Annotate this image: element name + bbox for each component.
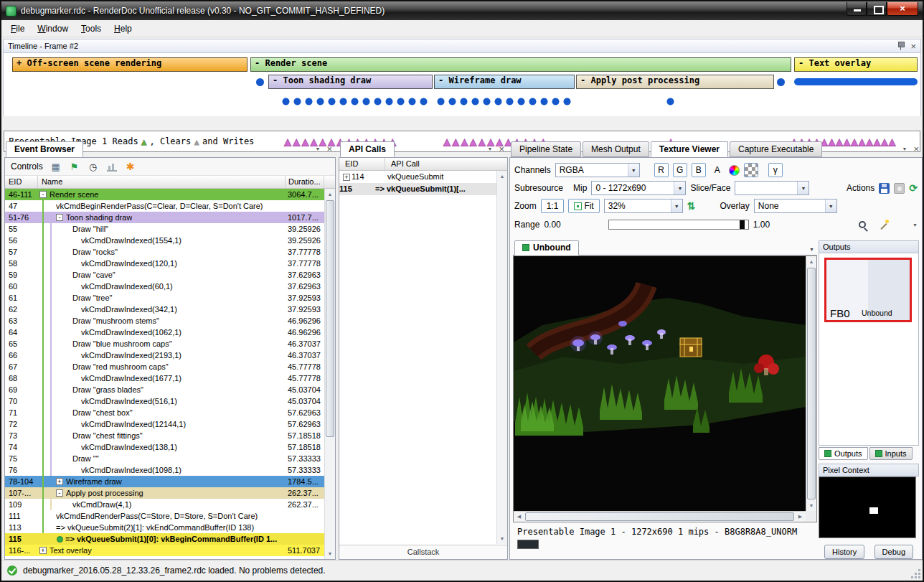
event-row[interactable]: 70 vkCmdDrawIndexed(516,1) 45.03704 (5, 395, 324, 407)
menu-item[interactable]: Tools (75, 22, 108, 36)
refresh-icon[interactable]: ⟳ (909, 182, 918, 194)
event-row[interactable]: 73 Draw "chest fittings" 57.18518 (5, 430, 324, 441)
timeline-bar-wireframe[interactable]: - Wireframe draw (434, 75, 575, 89)
event-row[interactable]: 57 Draw "rocks" 37.77778 (5, 246, 324, 258)
wireframe-draw-event-dots[interactable] (437, 98, 575, 105)
event-row[interactable]: 66 vkCmdDrawIndexed(2193,1) 46.37037 (5, 349, 324, 361)
expander-icon[interactable]: - (39, 191, 47, 198)
event-row[interactable]: 61 Draw "tree" 37.92593 (5, 292, 324, 304)
scroll-up-icon[interactable] (806, 256, 816, 267)
panel-tab[interactable]: Capture Executable (730, 141, 822, 157)
panel-close-icon[interactable]: × (499, 146, 504, 152)
expander-icon[interactable]: - (56, 489, 63, 497)
scrollbar-thumb[interactable] (807, 268, 816, 499)
history-button[interactable]: History (824, 545, 864, 559)
event-row[interactable]: 65 Draw "blue mushroom caps" 46.37037 (5, 338, 324, 349)
scroll-up-icon[interactable] (325, 189, 335, 200)
event-row[interactable]: 56 vkCmdDrawIndexed(1554,1) 39.25926 (5, 235, 324, 246)
expander-icon[interactable]: + (56, 478, 63, 485)
event-row[interactable]: 63 Draw "mushroom stems" 46.96296 (5, 315, 324, 327)
red-channel-button[interactable]: R (654, 163, 669, 177)
callstack-section[interactable]: Callstack (339, 545, 507, 559)
screenshot-icon[interactable] (894, 183, 905, 194)
expander-icon[interactable]: - (56, 214, 63, 221)
mip-select[interactable]: 0 - 1272x690 ▼ (591, 181, 686, 195)
event-row[interactable]: 69 Draw "grass blades" 45.03704 (5, 384, 324, 395)
panel-tab[interactable]: Pipeline State (511, 141, 581, 157)
event-row[interactable]: 46-111 - Render scene 3064.7... (5, 189, 324, 200)
column-eid[interactable]: EID (339, 158, 385, 170)
save-texture-icon[interactable] (879, 183, 890, 194)
event-row[interactable]: 58 vkCmdDrawIndexed(120,1) 37.77778 (5, 258, 324, 269)
event-row[interactable]: 59 Draw "cave" 37.62963 (5, 269, 324, 281)
texture-list-arrow-icon[interactable]: ▼ (809, 247, 814, 252)
panel-tab[interactable]: Mesh Output (583, 141, 649, 157)
event-dot[interactable] (256, 78, 264, 86)
event-row[interactable]: 64 vkCmdDrawIndexed(1062,1) 46.96296 (5, 327, 324, 338)
menu-item[interactable]: Help (108, 22, 138, 36)
api-call-row[interactable]: 115 => vkQueueSubmit(1)[... (339, 183, 496, 195)
timeline-close-icon[interactable]: × (910, 43, 916, 50)
tab-unbound-texture[interactable]: Unbound (514, 240, 579, 255)
color-wheel-icon[interactable] (729, 165, 740, 176)
minimize-button[interactable] (847, 2, 867, 16)
menu-item[interactable]: Window (31, 22, 75, 36)
panel-menu-icon[interactable]: ▼ (487, 146, 492, 151)
debug-button[interactable]: Debug (874, 545, 913, 559)
menu-item[interactable]: File (4, 22, 31, 36)
overlay-select[interactable]: None ▼ (754, 199, 837, 213)
outputs-tab[interactable]: Inputs (869, 447, 913, 460)
toon-draw-event-dots[interactable] (282, 98, 431, 105)
column-api-call[interactable]: API Call (385, 158, 507, 170)
tab-api-calls[interactable]: API Calls (340, 141, 395, 157)
timeline-bar-render-scene[interactable]: - Render scene (250, 57, 791, 72)
panel-menu-icon[interactable]: ▼ (315, 146, 320, 151)
column-eid[interactable]: EID (5, 176, 38, 188)
panel-close-icon[interactable]: × (326, 146, 332, 152)
outputs-tab[interactable]: Outputs (819, 447, 868, 460)
scrollbar-thumb[interactable] (525, 512, 794, 521)
event-row[interactable]: 113 => vkQueueSubmit(2)[1]: vkEndCommand… (5, 522, 324, 533)
scroll-down-icon[interactable] (325, 548, 335, 559)
expander-icon[interactable]: + (39, 547, 47, 554)
event-row[interactable]: 76 vkCmdDrawIndexed(1098,1) 57.33333 (5, 464, 324, 476)
options-icon[interactable]: ✱ (125, 161, 136, 172)
channels-select[interactable]: RGBA ▼ (555, 163, 640, 177)
event-row[interactable]: 67 Draw "red mushroom caps" 45.77778 (5, 361, 324, 372)
close-button[interactable]: × (887, 2, 918, 16)
event-row[interactable]: 111 vkCmdEndRenderPass(C=Store, D=Store,… (5, 510, 324, 522)
panel-close-icon[interactable]: × (913, 146, 919, 152)
pixel-context-view[interactable] (819, 477, 916, 538)
texture-horizontal-scrollbar[interactable] (514, 511, 806, 522)
post-processing-event-dot[interactable] (666, 98, 678, 105)
slice-face-select[interactable]: ▼ (735, 181, 809, 195)
event-row[interactable]: 72 vkCmdDrawIndexed(12144,1) 57.62963 (5, 418, 324, 430)
alpha-channel-button[interactable]: A (710, 163, 725, 177)
panel-menu-icon[interactable]: ▼ (902, 146, 907, 151)
scroll-up-icon[interactable] (497, 171, 507, 182)
select-columns-icon[interactable]: ▦ (50, 161, 62, 172)
event-row[interactable]: 74 vkCmdDrawIndexed(138,1) 57.18518 (5, 441, 324, 453)
event-row[interactable]: 51-76 - Toon shading draw 1017.7... (5, 212, 324, 223)
api-call-row[interactable]: + 114 vkQueueSubmit (339, 171, 496, 183)
zoom-fit-button[interactable]: Fit (568, 199, 599, 213)
fb0-thumbnail[interactable]: FB0 Unbound (824, 258, 912, 322)
time-draws-icon[interactable]: ◷ (88, 161, 99, 172)
scroll-down-icon[interactable] (806, 500, 816, 511)
event-row[interactable]: 75 Draw "" 57.33333 (5, 453, 324, 464)
event-browser-scrollbar[interactable] (324, 189, 335, 559)
timeline-bar-post-processing[interactable]: - Apply post processing (576, 75, 774, 89)
resize-grip[interactable] (913, 571, 921, 579)
event-row[interactable]: 62 vkCmdDrawIndexed(342,1) 37.92593 (5, 304, 324, 315)
maximize-button[interactable] (867, 2, 887, 16)
panel-tab[interactable]: Texture Viewer (651, 141, 728, 157)
event-row[interactable]: 115 => vkQueueSubmit(1)[0]: vkBeginComma… (5, 533, 324, 545)
statistics-icon[interactable] (107, 162, 117, 172)
event-row[interactable]: 55 Draw "hill" 39.25926 (5, 223, 324, 235)
checkerboard-background-button[interactable] (744, 163, 758, 177)
zoom-select[interactable]: 32% ▼ (604, 199, 683, 213)
pin-icon[interactable] (897, 42, 904, 51)
column-duration[interactable]: Duratio... (286, 176, 324, 188)
bookmark-icon[interactable]: ⚑ (69, 161, 80, 172)
expander-icon[interactable]: + (343, 174, 350, 181)
